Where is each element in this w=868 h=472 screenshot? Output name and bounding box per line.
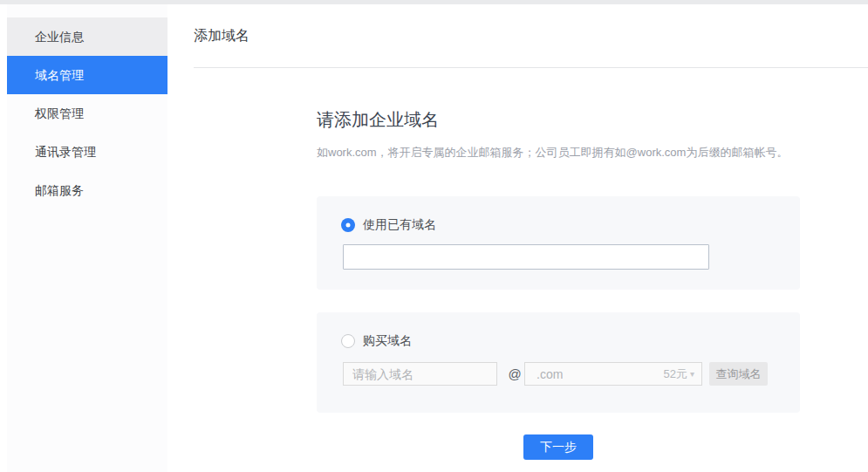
page-title: 添加域名 [194,27,249,45]
radio-buy-domain-label[interactable]: 购买域名 [363,333,412,349]
existing-domain-input[interactable] [343,244,709,270]
existing-domain-card: 使用已有域名 [317,196,800,290]
tld-price: 52元 [664,366,687,382]
sidebar-item-mail-service[interactable]: 邮箱服务 [7,171,167,209]
section-heading: 请添加企业域名 [317,108,439,132]
sidebar-item-contacts-management[interactable]: 通讯录管理 [7,133,167,171]
radio-existing-domain-label[interactable]: 使用已有域名 [363,217,436,233]
buy-domain-row: @ .com 52元 ▾ 查询域名 [343,362,796,386]
radio-buy-domain[interactable] [341,334,355,348]
sidebar: 企业信息 域名管理 权限管理 通讯录管理 邮箱服务 [7,4,167,472]
sidebar-item-permission-management[interactable]: 权限管理 [7,94,167,133]
sidebar-item-company-info[interactable]: 企业信息 [7,17,167,56]
buy-domain-input[interactable] [343,362,497,386]
tld-select[interactable]: .com 52元 ▾ [524,362,702,386]
at-symbol: @ [505,362,524,386]
header-divider [194,67,868,68]
sidebar-item-domain-management[interactable]: 域名管理 [7,56,167,94]
buy-domain-card: 购买域名 @ .com 52元 ▾ 查询域名 [317,312,800,413]
radio-existing-domain[interactable] [341,218,355,232]
section-description: 如work.com，将开启专属的企业邮箱服务；公司员工即拥有如@work.com… [317,145,788,161]
query-domain-button[interactable]: 查询域名 [709,362,768,386]
caret-down-icon: ▾ [687,369,701,379]
next-step-button[interactable]: 下一步 [523,434,593,460]
tld-selected-value: .com [525,367,664,381]
